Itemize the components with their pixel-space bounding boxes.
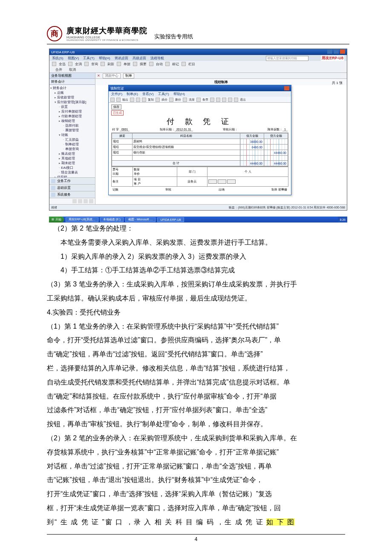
tree-node[interactable]: 财务会计	[50, 86, 94, 90]
tree-node[interactable]: 制单处理	[50, 142, 94, 147]
toolbar-label[interactable]: 单据	[124, 62, 130, 66]
voucher-menu-item[interactable]: 制单(E)	[127, 92, 138, 96]
voucher-row[interactable]: 现结银行存款44460.00	[112, 150, 288, 156]
toolbar-label[interactable]: 刷新	[107, 62, 114, 66]
cell-account[interactable]: 应交税金/应交增值税/进项税额	[133, 145, 240, 150]
toolbar-icon[interactable]	[130, 98, 134, 102]
voucher-close-button[interactable]	[284, 86, 289, 90]
tree-node[interactable]: 设置	[50, 104, 94, 109]
toolbar-icon[interactable]	[156, 98, 160, 102]
menu-item[interactable]: 流程导航	[150, 56, 164, 61]
toolbar-icon[interactable]	[210, 98, 214, 102]
toolbar-label[interactable]: 取消	[69, 67, 76, 72]
taskbar-item[interactable]: 截图 - Microsoft …	[125, 217, 156, 222]
menu-item[interactable]: 工具(T)	[83, 56, 94, 61]
nav-mini-icon[interactable]	[72, 199, 77, 203]
toolbar-label[interactable]: 删分	[175, 98, 181, 102]
search-input[interactable]: 请输入您要搜索的功能	[266, 56, 308, 61]
menu-item[interactable]: 系统(S)	[52, 56, 63, 61]
toolbar-icon[interactable]	[228, 98, 232, 102]
tree-node[interactable]: 账表处理	[50, 151, 94, 156]
attach-count[interactable]: 1	[282, 128, 288, 131]
start-button[interactable]: ⊞开始	[49, 217, 64, 223]
tree-node[interactable]: EAI接口	[50, 165, 94, 170]
tree-node[interactable]: 单据查询	[50, 147, 94, 151]
mini-button[interactable]	[227, 179, 236, 184]
toolbar-icon[interactable]	[149, 62, 153, 66]
toolbar-icon[interactable]	[234, 98, 238, 102]
menu-item[interactable]: 简易桌面	[115, 56, 128, 61]
cell-account[interactable]: 银行存款	[133, 150, 240, 156]
toolbar-label[interactable]: 合并	[55, 67, 62, 72]
toolbar-icon[interactable]	[133, 62, 137, 66]
close-button[interactable]	[340, 49, 345, 54]
tree-node[interactable]: 转账	[50, 133, 94, 137]
tree-node[interactable]: 应付款管理[演示版]	[50, 100, 94, 104]
voucher-date[interactable]: 2012.01.31	[175, 128, 193, 131]
voucher-row[interactable]: 现结原材料38000.00	[112, 139, 288, 145]
tree-node[interactable]: 现金流量表	[50, 170, 94, 175]
maximize-button[interactable]	[334, 49, 339, 54]
toolbar-icon[interactable]	[183, 98, 187, 102]
toolbar-label[interactable]: 全选	[59, 62, 66, 66]
toolbar-icon[interactable]	[116, 98, 121, 102]
tree-node[interactable]: 应付单据处理	[50, 109, 94, 114]
toolbar-label[interactable]: 插分	[161, 98, 167, 102]
tree-node[interactable]: 付款单据处理	[50, 114, 94, 119]
cell-summary[interactable]: 现结	[112, 145, 133, 150]
taskbar-item[interactable]: UFIDA ERP-U8	[157, 217, 184, 222]
tab-messages[interactable]: 消息中心	[103, 73, 121, 78]
nav-section-button[interactable]: 系统服务	[49, 191, 95, 198]
tree-node[interactable]: 票据管理	[50, 128, 94, 133]
toolbar-icon[interactable]	[136, 98, 140, 102]
save-button[interactable]: 保存	[111, 104, 121, 110]
toolbar-label[interactable]: 标记	[172, 62, 179, 66]
cell-summary[interactable]: 现结	[112, 139, 133, 145]
voucher-menu-item[interactable]: 工具(T)	[158, 92, 169, 96]
toolbar-icon[interactable]	[52, 62, 56, 66]
menu-item[interactable]: 帮助(H)	[99, 56, 110, 61]
toolbar-icon[interactable]	[68, 62, 72, 66]
tab-active[interactable]: 制单	[123, 73, 134, 78]
toolbar-label[interactable]: 流量	[189, 98, 195, 102]
menu-item[interactable]: 视图(V)	[68, 56, 79, 61]
menu-item[interactable]: 高级桌面	[133, 56, 146, 61]
nav-section-button[interactable]: 基础设置	[49, 184, 95, 191]
tree-node[interactable]: 选择付款	[50, 123, 94, 128]
toolbar-icon[interactable]	[101, 62, 105, 66]
voucher-row[interactable]: 现结应交税金/应交增值税/进项税额6460.00	[112, 145, 288, 150]
mini-button[interactable]	[218, 179, 226, 184]
toolbar-label[interactable]: 查询	[91, 62, 98, 66]
tree-node[interactable]: 核销处理	[50, 119, 94, 123]
taskbar-item[interactable]: 用友ERP-U8[系统…	[66, 217, 98, 222]
voucher-number[interactable]: 0001	[120, 128, 130, 131]
toolbar-label[interactable]: 备查	[202, 98, 208, 102]
toolbar-icon[interactable]	[169, 98, 173, 102]
toolbar-label[interactable]: 全消	[75, 62, 82, 66]
toolbar-icon[interactable]	[142, 98, 146, 102]
tree-node[interactable]: 期末处理	[50, 161, 94, 165]
toolbar-label[interactable]: 复制	[148, 98, 154, 102]
toolbar-icon[interactable]	[196, 98, 201, 102]
nav-mini-icon[interactable]	[78, 199, 82, 203]
minimize-button[interactable]	[327, 49, 332, 54]
toolbar-icon[interactable]	[117, 62, 121, 66]
voucher-menu-item[interactable]: 查看(V)	[142, 92, 154, 96]
toolbar-label[interactable]: 自动	[156, 62, 163, 66]
toolbar-icon[interactable]	[84, 62, 89, 66]
mini-button[interactable]	[208, 179, 217, 184]
tree-node[interactable]: 其他处理	[50, 156, 94, 161]
taskbar-item[interactable]: 本地磁盘 (E:)	[100, 217, 124, 222]
toolbar-icon[interactable]	[110, 98, 115, 102]
nav-mini-icon[interactable]	[89, 199, 93, 203]
toolbar-label[interactable]: 退出	[240, 98, 246, 102]
toolbar-label[interactable]: 摘要	[140, 62, 147, 66]
voucher-menu-item[interactable]: 帮助(H)	[173, 92, 185, 96]
cell-account[interactable]: 原材料	[133, 139, 240, 145]
nav-mini-icon[interactable]	[84, 199, 88, 203]
tree-node[interactable]: 汇兑损益	[50, 137, 94, 142]
toolbar-icon[interactable]	[216, 98, 220, 102]
toolbar-icon[interactable]	[222, 98, 226, 102]
toolbar-icon[interactable]	[182, 62, 186, 66]
toolbar-icon[interactable]	[165, 62, 170, 66]
